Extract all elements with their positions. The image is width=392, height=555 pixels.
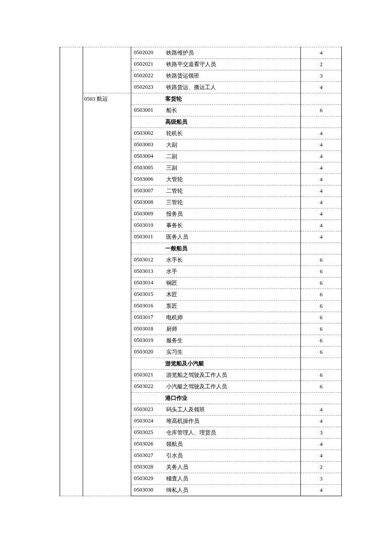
occupation-code: 0503008 [133,199,164,206]
occupation-cell: 0503001船长 [131,105,301,116]
value-cell: 2 [301,462,342,473]
occupation-desc: 缉私人员 [164,486,299,494]
column-1 [60,47,83,496]
value-cell: 4 [301,185,342,197]
occupation-code: 0503022 [133,383,164,390]
occupation-code: 0503016 [133,302,164,310]
occupation-code: 0503007 [133,187,164,195]
occupation-code: 0503014 [133,279,164,287]
occupation-cell: 0503016泵匠 [131,301,301,312]
value-cell: 4 [301,162,342,174]
value-cell: 6 [301,278,342,289]
occupation-code: 0502020 [133,49,164,57]
occupation-code: 0503009 [133,210,164,218]
occupation-cell: 0502021铁路平交道看守人员 [131,59,301,70]
occupation-cell: 0503029稽查人员 [131,473,301,485]
occupation-code: 0503021 [133,371,164,379]
section-header: 游览船及小汽艇 [131,358,301,370]
occupation-cell: 0503012水手长 [131,254,301,266]
occupation-cell: 0503020实习生 [131,347,301,358]
value-cell: 4 [301,139,342,151]
occupation-cell: 0503008三管轮 [131,197,301,208]
occupation-code: 0503023 [133,406,164,413]
value-cell: 6 [301,347,342,358]
value-cell [301,243,342,254]
occupation-desc: 泵匠 [164,302,299,310]
table-row: 0502020铁路维护员4 [60,47,342,59]
occupation-desc: 水手 [164,268,299,275]
value-cell [301,116,342,128]
occupation-code: 0502023 [133,84,164,91]
occupation-cell: 0503030缉私人员 [131,485,301,496]
value-cell: 6 [301,105,342,116]
value-cell: 6 [301,324,342,335]
category-cell [83,47,131,93]
value-cell: 6 [301,254,342,266]
value-cell: 4 [301,208,342,220]
occupation-code: 0503005 [133,164,164,172]
occupation-desc: 厨师 [164,325,299,333]
occupation-desc: 木匠 [164,291,299,298]
occupation-cell: 0502020铁路维护员 [131,47,301,59]
occupation-desc: 铁路货运领班 [164,72,299,80]
occupation-cell: 0503015木匠 [131,289,301,301]
value-cell: 4 [301,47,342,59]
occupation-cell: 0503002轮机长 [131,128,301,139]
occupation-code: 0503026 [133,440,164,448]
value-cell: 4 [301,485,342,496]
occupation-desc: 铁路平交道看守人员 [164,61,299,68]
occupation-desc: 水手长 [164,256,299,264]
document-page: 0502020铁路维护员40502021铁路平交道看守人员20502022铁路货… [0,0,392,543]
value-cell: 4 [301,82,342,93]
value-cell: 4 [301,416,342,427]
section-header-label: 游览船及小汽艇 [133,360,299,367]
occupation-code: 0503020 [133,348,164,356]
occupation-desc: 引水员 [164,452,299,460]
occupation-desc: 实习生 [164,348,299,356]
occupation-cell: 0503011医务人员 [131,231,301,243]
occupation-desc: 码头工人及领班 [164,406,299,413]
occupation-desc: 船长 [164,107,299,114]
occupation-desc: 仓库管理人、理货员 [164,429,299,436]
occupation-code: 0503006 [133,176,164,183]
occupation-cell: 0503021游览船之驾驶及工作人员 [131,370,301,381]
value-cell: 4 [301,174,342,185]
occupation-cell: 0503004二副 [131,151,301,162]
value-cell: 3 [301,427,342,439]
section-header: 一般船员 [131,243,301,254]
occupation-cell: 0503006大管轮 [131,174,301,185]
occupation-code: 0503027 [133,452,164,460]
section-header: 客货轮 [131,93,301,105]
occupation-cell: 0503023码头工人及领班 [131,404,301,416]
occupation-code: 0503030 [133,486,164,494]
value-cell: 4 [301,220,342,231]
occupation-code: 0503018 [133,325,164,333]
occupation-cell: 0503019服务生 [131,335,301,347]
occupation-desc: 关务人员 [164,463,299,471]
occupation-desc: 二管轮 [164,187,299,195]
value-cell: 6 [301,370,342,381]
occupation-code: 0503024 [133,417,164,425]
occupation-code: 0503001 [133,107,164,114]
occupation-desc: 大副 [164,141,299,149]
occupation-code: 0503028 [133,463,164,471]
value-cell [301,93,342,105]
occupation-desc: 小汽艇之驾驶及工作人员 [164,383,299,390]
occupation-desc: 电机师 [164,314,299,321]
occupation-cell: 0503025仓库管理人、理货员 [131,427,301,439]
occupation-code: 0502022 [133,72,164,80]
occupation-code: 0503011 [133,233,164,241]
occupation-desc: 铁路货运、搬运工人 [164,84,299,91]
category-cell: 0503 航运 [83,93,131,496]
occupation-cell: 0503022小汽艇之驾驶及工作人员 [131,381,301,393]
occupation-cell: 0502022铁路货运领班 [131,70,301,82]
value-cell: 4 [301,404,342,416]
occupation-code: 0503010 [133,222,164,229]
occupation-desc: 铁路维护员 [164,49,299,57]
value-cell: 6 [301,381,342,393]
occupation-cell: 0503027引水员 [131,450,301,462]
section-header-label: 一般船员 [133,245,299,252]
occupation-desc: 铜匠 [164,279,299,287]
value-cell: 4 [301,231,342,243]
occupation-cell: 0503013水手 [131,266,301,278]
